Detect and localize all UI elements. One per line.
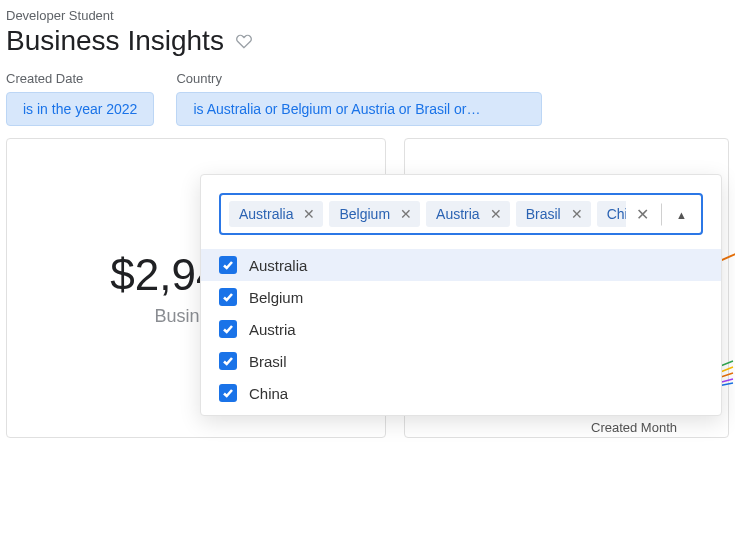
checkbox-checked-icon[interactable] (219, 288, 237, 306)
country-dropdown-panel: Australia✕Belgium✕Austria✕Brasil✕China✕ … (200, 174, 722, 416)
chip-label: Brasil (526, 206, 561, 222)
breadcrumb[interactable]: Developer Student (0, 0, 735, 23)
chip-remove-icon[interactable]: ✕ (303, 206, 315, 222)
country-chip: Austria✕ (426, 201, 510, 227)
checkbox-checked-icon[interactable] (219, 352, 237, 370)
filter-label-created-date: Created Date (6, 71, 154, 86)
filter-country: Country is Australia or Belgium or Austr… (176, 71, 542, 126)
option-label: Brasil (249, 353, 287, 370)
country-option[interactable]: Belgium (201, 281, 721, 313)
multiselect-controls: ✕ ▲ (626, 201, 695, 228)
control-divider (661, 203, 662, 225)
page-title: Business Insights (6, 25, 224, 57)
country-option[interactable]: China (201, 377, 721, 409)
chip-remove-icon[interactable]: ✕ (490, 206, 502, 222)
checkbox-checked-icon[interactable] (219, 384, 237, 402)
chip-remove-icon[interactable]: ✕ (571, 206, 583, 222)
filter-pill-created-date[interactable]: is in the year 2022 (6, 92, 154, 126)
chip-label: Austria (436, 206, 480, 222)
option-label: Australia (249, 257, 307, 274)
chip-label: Australia (239, 206, 293, 222)
filter-pill-country[interactable]: is Australia or Belgium or Austria or Br… (176, 92, 542, 126)
option-label: Austria (249, 321, 296, 338)
option-label: China (249, 385, 288, 402)
country-chip: Brasil✕ (516, 201, 591, 227)
chip-label: Belgium (339, 206, 390, 222)
country-option[interactable]: Austria (201, 313, 721, 345)
country-multiselect-input[interactable]: Australia✕Belgium✕Austria✕Brasil✕China✕ … (219, 193, 703, 235)
country-option[interactable]: Brasil (201, 345, 721, 377)
checkbox-checked-icon[interactable] (219, 256, 237, 274)
collapse-caret-icon[interactable]: ▲ (668, 204, 695, 224)
country-option-list: AustraliaBelgiumAustriaBrasilChina (201, 249, 721, 415)
filter-created-date: Created Date is in the year 2022 (6, 71, 154, 126)
x-axis-label: Created Month (591, 420, 677, 435)
filters-bar: Created Date is in the year 2022 Country… (0, 71, 735, 138)
favorite-heart-icon[interactable] (234, 31, 254, 51)
country-chip: Belgium✕ (329, 201, 420, 227)
country-chip: Australia✕ (229, 201, 323, 227)
chip-remove-icon[interactable]: ✕ (400, 206, 412, 222)
option-label: Belgium (249, 289, 303, 306)
title-row: Business Insights (0, 23, 735, 71)
country-option[interactable]: Australia (201, 249, 721, 281)
filter-label-country: Country (176, 71, 542, 86)
checkbox-checked-icon[interactable] (219, 320, 237, 338)
clear-all-icon[interactable]: ✕ (630, 201, 655, 228)
